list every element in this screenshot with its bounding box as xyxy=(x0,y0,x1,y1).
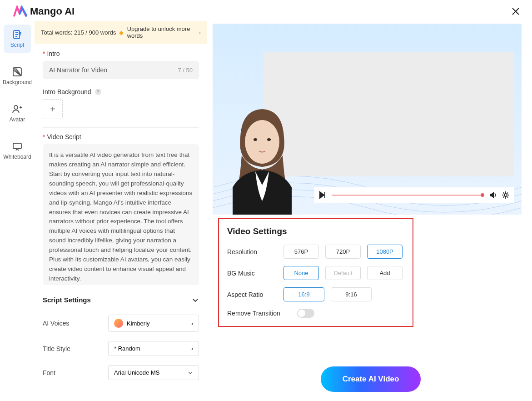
chevron-down-icon xyxy=(188,370,193,376)
sidebar-item-whiteboard[interactable]: Whiteboard xyxy=(4,136,31,165)
add-background-button[interactable]: + xyxy=(43,99,63,119)
sidebar-item-label: Script xyxy=(10,42,25,48)
svg-point-1 xyxy=(19,32,21,34)
remove-transition-toggle[interactable] xyxy=(297,309,314,318)
video-script-label-text: Video Script xyxy=(47,133,81,140)
help-icon[interactable]: ? xyxy=(95,89,101,95)
ai-voices-select[interactable]: Kimberly › xyxy=(108,315,199,332)
video-settings-title: Video Settings xyxy=(227,226,404,236)
logo: Mango AI xyxy=(13,5,75,17)
intro-label: *Intro xyxy=(43,50,199,57)
intro-label-text: Intro xyxy=(47,50,60,57)
title-style-label: Title Style xyxy=(43,345,88,352)
right-area: Video Settings Resolution 576P 720P 1080… xyxy=(207,21,532,399)
intro-value: AI Narrator for Video xyxy=(49,66,107,74)
create-button-label: Create AI Video xyxy=(343,375,399,384)
left-panel: Total words: 215 / 900 words ◆ Upgrade t… xyxy=(35,21,207,399)
script-textarea[interactable]: It is a versatile AI video generator fro… xyxy=(43,144,199,285)
font-value: Arial Unicode MS xyxy=(114,369,159,376)
background-icon xyxy=(12,66,23,77)
remove-transition-label: Remove Transition xyxy=(227,310,291,317)
resolution-1080p[interactable]: 1080P xyxy=(367,245,403,259)
bg-music-add[interactable]: Add xyxy=(367,266,403,280)
video-settings-panel: Video Settings Resolution 576P 720P 1080… xyxy=(218,218,413,327)
close-button[interactable] xyxy=(510,6,521,17)
chevron-down-icon xyxy=(192,296,199,304)
upgrade-bar[interactable]: Total words: 215 / 900 words ◆ Upgrade t… xyxy=(35,21,207,44)
aspect-ratio-label: Aspect Ratio xyxy=(227,291,277,298)
intro-input[interactable]: AI Narrator for Video 7 / 50 xyxy=(43,61,199,79)
avatar-figure xyxy=(214,96,310,215)
resolution-576p[interactable]: 576P xyxy=(283,245,319,259)
sidebar-item-avatar[interactable]: Avatar xyxy=(4,99,31,127)
volume-icon[interactable] xyxy=(489,191,497,199)
play-next-icon[interactable] xyxy=(319,191,327,199)
voice-avatar-icon xyxy=(114,319,123,328)
font-select[interactable]: Arial Unicode MS xyxy=(108,365,199,380)
video-script-label: *Video Script xyxy=(43,133,199,140)
aspect-16-9[interactable]: 16:9 xyxy=(283,287,324,301)
brand-name: Mango AI xyxy=(30,5,75,17)
script-icon xyxy=(12,29,23,40)
chevron-right-icon: › xyxy=(191,320,193,327)
bg-music-default[interactable]: Default xyxy=(325,266,361,280)
resolution-label: Resolution xyxy=(227,248,277,256)
resolution-720p[interactable]: 720P xyxy=(325,245,361,259)
create-ai-video-button[interactable]: Create AI Video xyxy=(321,366,421,392)
sidebar-item-background[interactable]: Background xyxy=(4,62,31,90)
sidebar-item-label: Avatar xyxy=(10,116,25,123)
avatar-icon xyxy=(12,104,23,115)
bg-music-label: BG Music xyxy=(227,270,277,277)
bg-music-none[interactable]: None xyxy=(283,266,319,280)
header: Mango AI xyxy=(0,0,532,21)
svg-point-7 xyxy=(254,138,257,141)
aspect-9-16[interactable]: 9:16 xyxy=(331,287,372,301)
upgrade-cta: Upgrade to unlock more words xyxy=(127,25,195,39)
svg-point-3 xyxy=(14,105,18,109)
sidebar: Script Background Avatar Whiteboard xyxy=(0,21,35,399)
svg-point-9 xyxy=(504,194,507,196)
sidebar-item-label: Whiteboard xyxy=(3,154,31,160)
font-label: Font xyxy=(43,369,88,376)
title-style-select[interactable]: * Random › xyxy=(108,341,199,356)
chevron-right-icon: › xyxy=(199,29,201,36)
whiteboard-icon xyxy=(12,141,23,152)
intro-count: 7 / 50 xyxy=(178,67,193,74)
player-thumb[interactable] xyxy=(481,193,484,197)
intro-bg-label: Intro Background? xyxy=(43,88,199,95)
word-count: Total words: 215 / 900 words xyxy=(41,29,119,36)
svg-point-8 xyxy=(267,138,271,141)
sidebar-item-script[interactable]: Script xyxy=(4,25,31,53)
logo-icon xyxy=(13,5,27,17)
diamond-icon: ◆ xyxy=(119,29,124,36)
close-icon xyxy=(512,7,520,15)
player-track[interactable] xyxy=(332,195,484,196)
intro-bg-label-text: Intro Background xyxy=(43,88,91,95)
svg-rect-4 xyxy=(13,143,21,149)
chevron-right-icon: › xyxy=(191,345,193,352)
script-settings-header[interactable]: Script Settings xyxy=(43,293,199,310)
ai-voices-value: Kimberly xyxy=(127,320,150,327)
script-settings-title: Script Settings xyxy=(43,296,91,304)
ai-voices-label: AI Voices xyxy=(43,320,88,327)
gear-icon[interactable] xyxy=(502,191,510,199)
player-bar xyxy=(314,187,514,203)
sidebar-item-label: Background xyxy=(3,79,32,85)
title-style-value: * Random xyxy=(114,345,140,352)
svg-point-6 xyxy=(245,120,279,164)
preview-zone xyxy=(213,24,522,215)
divider xyxy=(43,127,199,128)
